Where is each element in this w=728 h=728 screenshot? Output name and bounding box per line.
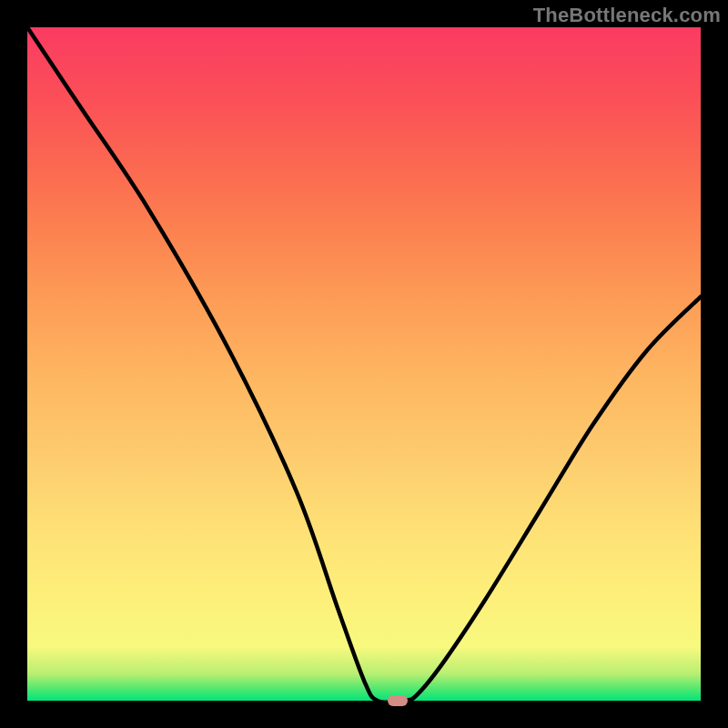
plot-area	[27, 27, 701, 701]
curve-path	[27, 27, 701, 701]
chart-frame: TheBottleneck.com	[0, 0, 728, 728]
bottleneck-curve	[27, 27, 701, 701]
watermark-text: TheBottleneck.com	[533, 4, 721, 27]
optimal-marker	[388, 695, 408, 706]
